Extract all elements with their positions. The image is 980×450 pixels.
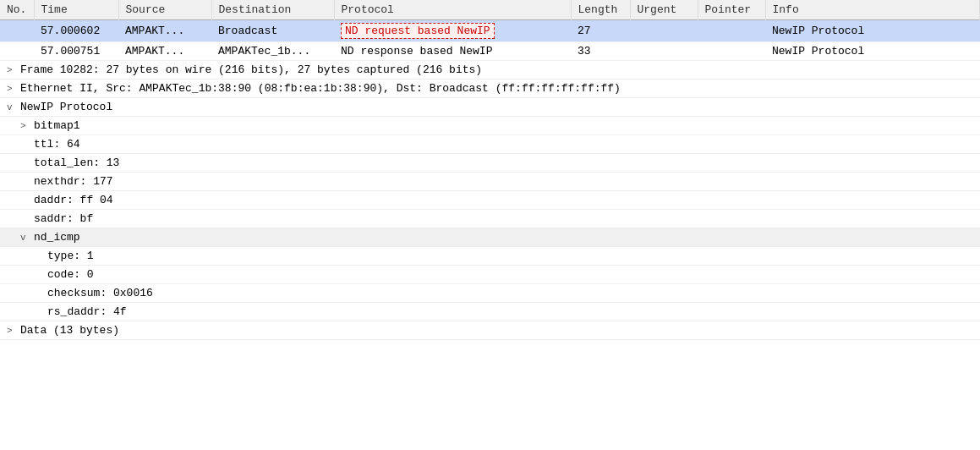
detail-text-newip: NewIP Protocol [20, 101, 112, 113]
detail-text-code: code: 0 [47, 268, 94, 281]
col-header-no: No. [0, 0, 34, 20]
detail-row-nexthdr: nexthdr: 177 [0, 173, 980, 191]
detail-row-type: type: 1 [0, 247, 980, 266]
cell-info: NewIP Protocol [765, 42, 980, 61]
col-header-source: Source [118, 0, 211, 20]
table-header-row: No. Time Source Destination Protocol Len… [0, 0, 980, 20]
detail-text-nexthdr: nexthdr: 177 [34, 175, 113, 188]
table-row[interactable]: 57.000602AMPAKT...BroadcastND request ba… [0, 20, 980, 42]
cell-protocol: ND request based NewIP [334, 20, 571, 42]
col-header-destination: Destination [211, 0, 334, 20]
cell-info: NewIP Protocol [765, 20, 980, 42]
detail-row-checksum: checksum: 0x0016 [0, 284, 980, 303]
detail-row-ethernet[interactable]: >Ethernet II, Src: AMPAKTec_1b:38:90 (08… [0, 80, 980, 98]
detail-row-daddr: daddr: ff 04 [0, 191, 980, 210]
detail-text-bitmap1: bitmap1 [34, 119, 80, 132]
detail-row-bitmap1[interactable]: >bitmap1 [0, 117, 980, 135]
detail-panel: >Frame 10282: 27 bytes on wire (216 bits… [0, 61, 980, 340]
detail-row-newip[interactable]: vNewIP Protocol [0, 98, 980, 117]
cell-time: 57.000751 [34, 42, 118, 61]
cell-destination: Broadcast [211, 20, 334, 42]
cell-urgent [630, 42, 698, 61]
detail-text-nd_icmp: nd_icmp [34, 231, 80, 244]
cell-pointer [698, 20, 765, 42]
detail-text-daddr: daddr: ff 04 [34, 194, 113, 206]
chevron-icon-nd_icmp: v [20, 233, 34, 243]
detail-text-checksum: checksum: 0x0016 [47, 287, 153, 299]
cell-no [0, 42, 34, 61]
cell-length: 33 [571, 42, 630, 61]
cell-destination: AMPAKTec_1b... [211, 42, 334, 61]
chevron-icon-bitmap1: > [20, 121, 34, 131]
table-row[interactable]: 57.000751AMPAKT...AMPAKTec_1b...ND respo… [0, 42, 980, 61]
packet-table: No. Time Source Destination Protocol Len… [0, 0, 980, 61]
col-header-time: Time [34, 0, 118, 20]
detail-text-data: Data (13 bytes) [20, 324, 119, 337]
col-header-pointer: Pointer [698, 0, 765, 20]
detail-text-type: type: 1 [47, 250, 94, 262]
detail-text-ttl: ttl: 64 [34, 138, 80, 151]
detail-row-rs_daddr: rs_daddr: 4f [0, 303, 980, 321]
cell-no [0, 20, 34, 42]
detail-text-saddr: saddr: bf [34, 212, 93, 225]
cell-protocol: ND response based NewIP [334, 42, 571, 61]
cell-urgent [630, 20, 698, 42]
chevron-icon-data: > [7, 326, 20, 336]
cell-pointer [698, 42, 765, 61]
chevron-icon-ethernet: > [7, 84, 20, 94]
detail-text-frame: Frame 10282: 27 bytes on wire (216 bits)… [20, 63, 482, 76]
detail-row-data[interactable]: >Data (13 bytes) [0, 321, 980, 340]
detail-row-frame[interactable]: >Frame 10282: 27 bytes on wire (216 bits… [0, 61, 980, 80]
detail-text-total_len: total_len: 13 [34, 156, 119, 169]
detail-row-saddr: saddr: bf [0, 210, 980, 228]
col-header-info: Info [765, 0, 980, 20]
cell-source: AMPAKT... [118, 20, 211, 42]
chevron-icon-frame: > [7, 65, 20, 75]
detail-row-nd_icmp[interactable]: vnd_icmp [0, 228, 980, 247]
cell-length: 27 [571, 20, 630, 42]
col-header-urgent: Urgent [630, 0, 698, 20]
detail-row-ttl: ttl: 64 [0, 135, 980, 154]
col-header-protocol: Protocol [334, 0, 571, 20]
col-header-length: Length [571, 0, 630, 20]
protocol-highlight: ND request based NewIP [341, 23, 495, 39]
detail-text-rs_daddr: rs_daddr: 4f [47, 305, 127, 318]
detail-row-total_len: total_len: 13 [0, 154, 980, 173]
detail-text-ethernet: Ethernet II, Src: AMPAKTec_1b:38:90 (08:… [20, 82, 621, 95]
cell-time: 57.000602 [34, 20, 118, 42]
cell-source: AMPAKT... [118, 42, 211, 61]
detail-row-code: code: 0 [0, 266, 980, 284]
chevron-icon-newip: v [7, 102, 20, 112]
